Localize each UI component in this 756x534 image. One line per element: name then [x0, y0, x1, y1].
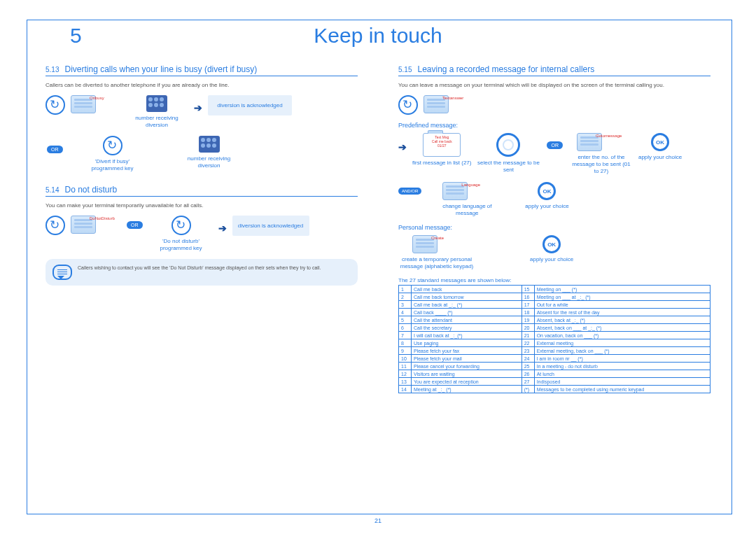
- rotary-icon: [46, 216, 65, 235]
- keypad-icon: [199, 136, 220, 153]
- softkey-label: Textanswer: [442, 96, 470, 100]
- rotary-icon: [172, 216, 191, 235]
- softkey-textanswer: Textanswer: [424, 95, 472, 113]
- rotary-icon: [103, 136, 122, 155]
- rotary-step: [46, 216, 65, 235]
- softkey-label: Gotomessage: [596, 134, 624, 138]
- softkey-dnd: DoNotDisturb: [71, 216, 120, 234]
- rotary-icon: [398, 95, 418, 115]
- speech-icon: [52, 265, 72, 280]
- screen-preview: Text Msg Call me back 01/27: [423, 133, 461, 157]
- softkey-label: DoNotDisturb: [90, 216, 118, 220]
- page-number: 21: [0, 517, 756, 524]
- softkey-label: Language: [461, 183, 489, 187]
- rotary-step: [398, 95, 418, 115]
- keypad-icon: [146, 95, 167, 112]
- page-title: Keep in touch: [0, 24, 756, 48]
- softkey-label: Create: [431, 236, 459, 240]
- rotary-icon: [46, 95, 65, 115]
- rotary-step: [46, 95, 65, 115]
- page-border: [27, 20, 732, 514]
- screen-line: 01/27: [426, 143, 458, 148]
- softkey-onbusy: Onbusy: [71, 95, 120, 113]
- page: 5 Keep in touch 5.13 Diverting calls whe…: [0, 0, 756, 534]
- softkey-label: Onbusy: [90, 96, 118, 100]
